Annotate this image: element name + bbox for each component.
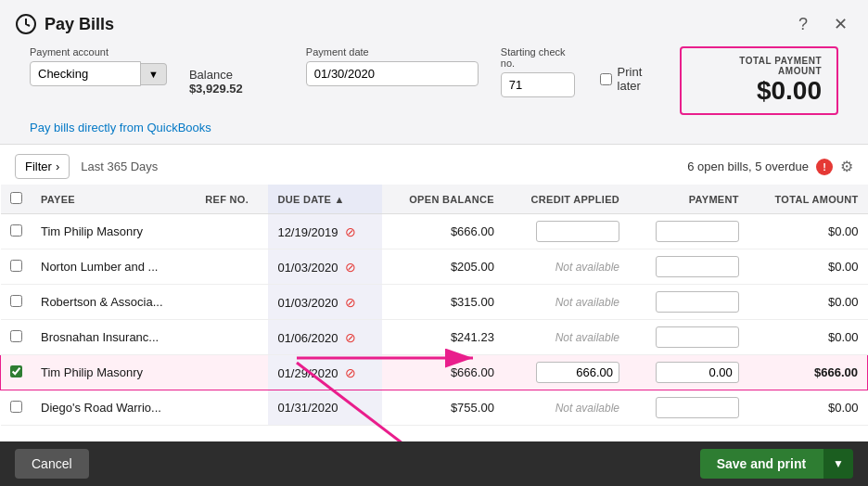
row-payment — [629, 320, 748, 355]
row-total-amount: $0.00 — [748, 249, 868, 285]
row-total-amount: $666.00 — [748, 355, 868, 390]
filter-right: 6 open bills, 5 overdue ! ⚙ — [687, 158, 853, 175]
overdue-icon: ⊘ — [341, 224, 356, 239]
row-payment — [629, 214, 748, 249]
print-later-checkbox[interactable] — [600, 73, 612, 85]
row-ref-no — [196, 285, 268, 320]
row-total-amount: $0.00 — [748, 285, 868, 320]
save-print-dropdown-button[interactable]: ▼ — [823, 449, 853, 479]
table-header: PAYEE REF NO. DUE DATE ▲ OPEN BALANCE CR… — [1, 185, 868, 214]
form-fields: Payment account Checking ▼ Balance $3,92… — [30, 46, 665, 97]
credit-applied-input[interactable] — [536, 221, 619, 242]
not-available-text: Not available — [555, 331, 619, 344]
payment-date-group: Payment date — [306, 46, 479, 86]
payment-date-label: Payment date — [306, 46, 479, 58]
col-header-open-balance: OPEN BALANCE — [382, 185, 504, 214]
row-checkbox[interactable] — [10, 224, 22, 237]
save-and-print-button[interactable]: Save and print — [700, 449, 823, 479]
col-header-ref-no: REF NO. — [196, 185, 268, 214]
payment-input[interactable] — [656, 256, 739, 277]
row-total-amount: $0.00 — [748, 214, 868, 249]
payment-input[interactable] — [656, 221, 739, 242]
table-row: Norton Lumber and ...01/03/2020 ⊘$205.00… — [1, 249, 868, 285]
row-payee: Tim Philip Masonry — [32, 355, 196, 390]
starting-check-group: Starting check no. — [501, 46, 578, 97]
bills-summary: 6 open bills, 5 overdue — [687, 160, 809, 173]
row-open-balance: $205.00 — [382, 249, 504, 285]
cancel-button[interactable]: Cancel — [15, 449, 89, 479]
row-checkbox[interactable] — [10, 401, 22, 413]
payment-input[interactable] — [656, 362, 739, 383]
overdue-icon: ⊘ — [341, 365, 356, 380]
qb-link-container: Pay bills directly from QuickBooks — [15, 115, 853, 144]
modal-footer: Cancel Save and print ▼ — [0, 441, 868, 486]
payment-input[interactable] — [656, 397, 739, 418]
overdue-icon: ⊘ — [341, 295, 356, 310]
row-open-balance: $315.00 — [382, 285, 504, 320]
col-header-credit-applied: CREDIT APPLIED — [504, 185, 629, 214]
row-credit-applied — [504, 214, 629, 249]
bills-table-body: Tim Philip Masonry12/19/2019 ⊘$666.00$0.… — [1, 214, 868, 426]
modal-header: Pay Bills ? ✕ Payment account Checking ▼ — [0, 0, 868, 145]
select-arrow-icon: ▼ — [141, 63, 167, 85]
row-due-date: 01/31/2020 — [268, 390, 382, 426]
row-checkbox-cell — [1, 320, 32, 355]
row-checkbox-cell — [1, 355, 32, 390]
header-actions: ? ✕ — [790, 11, 853, 37]
row-credit-applied: Not available — [504, 285, 629, 320]
bills-table: PAYEE REF NO. DUE DATE ▲ OPEN BALANCE CR… — [0, 185, 868, 426]
row-due-date: 01/03/2020 ⊘ — [268, 249, 382, 285]
credit-applied-input[interactable] — [536, 362, 619, 383]
row-payment — [629, 249, 748, 285]
payment-account-group: Payment account Checking ▼ — [30, 46, 167, 86]
overdue-icon: ⊘ — [341, 260, 356, 275]
row-total-amount: $0.00 — [748, 390, 868, 426]
row-checkbox-cell — [1, 249, 32, 285]
row-credit-applied — [504, 355, 629, 390]
form-row-outer: Payment account Checking ▼ Balance $3,92… — [15, 46, 853, 115]
row-open-balance: $241.23 — [382, 320, 504, 355]
payment-input[interactable] — [656, 291, 739, 313]
overdue-icon: ⊘ — [341, 330, 356, 345]
col-header-checkbox — [1, 185, 32, 214]
row-open-balance: $755.00 — [382, 390, 504, 426]
starting-check-input[interactable] — [501, 72, 575, 97]
select-all-checkbox[interactable] — [10, 192, 22, 204]
table-row: Brosnahan Insuranc...01/06/2020 ⊘$241.23… — [1, 320, 868, 355]
not-available-text: Not available — [555, 296, 619, 309]
print-later-group[interactable]: Print later — [600, 46, 665, 93]
starting-check-label: Starting check no. — [501, 46, 578, 69]
row-credit-applied: Not available — [504, 390, 629, 426]
payment-account-select[interactable]: Checking — [30, 61, 141, 86]
filter-chevron-icon: › — [56, 160, 59, 173]
table-row: Tim Philip Masonry12/19/2019 ⊘$666.00$0.… — [1, 214, 868, 249]
row-payee: Norton Lumber and ... — [32, 249, 196, 285]
row-payment — [629, 355, 748, 390]
row-checkbox-cell — [1, 390, 32, 426]
row-credit-applied: Not available — [504, 320, 629, 355]
row-checkbox[interactable] — [10, 330, 22, 342]
pay-bills-modal: Pay Bills ? ✕ Payment account Checking ▼ — [0, 0, 868, 486]
settings-button[interactable]: ⚙ — [840, 158, 853, 175]
qb-link[interactable]: Pay bills directly from QuickBooks — [30, 121, 211, 134]
row-due-date: 12/19/2019 ⊘ — [268, 214, 382, 249]
payment-date-input[interactable] — [306, 61, 479, 86]
payment-input[interactable] — [656, 326, 739, 348]
date-range-text: Last 365 Days — [81, 160, 158, 173]
row-checkbox[interactable] — [10, 295, 22, 307]
modal-body: Filter › Last 365 Days 6 open bills, 5 o… — [0, 145, 868, 441]
table-row: Diego's Road Warrio...01/31/2020$755.00N… — [1, 390, 868, 426]
row-due-date: 01/29/2020 ⊘ — [268, 355, 382, 390]
help-button[interactable]: ? — [790, 11, 816, 37]
col-header-payment: PAYMENT — [629, 185, 748, 214]
close-button[interactable]: ✕ — [827, 11, 853, 37]
row-open-balance: $666.00 — [382, 355, 504, 390]
bills-table-wrap: PAYEE REF NO. DUE DATE ▲ OPEN BALANCE CR… — [0, 185, 868, 441]
balance-display: Balance $3,929.52 — [189, 62, 284, 96]
sort-arrow-icon: ▲ — [335, 194, 345, 205]
row-checkbox[interactable] — [10, 365, 22, 377]
row-payment — [629, 390, 748, 426]
row-checkbox[interactable] — [10, 260, 22, 272]
print-later-label: Print later — [618, 65, 665, 93]
filter-button[interactable]: Filter › — [15, 154, 70, 179]
